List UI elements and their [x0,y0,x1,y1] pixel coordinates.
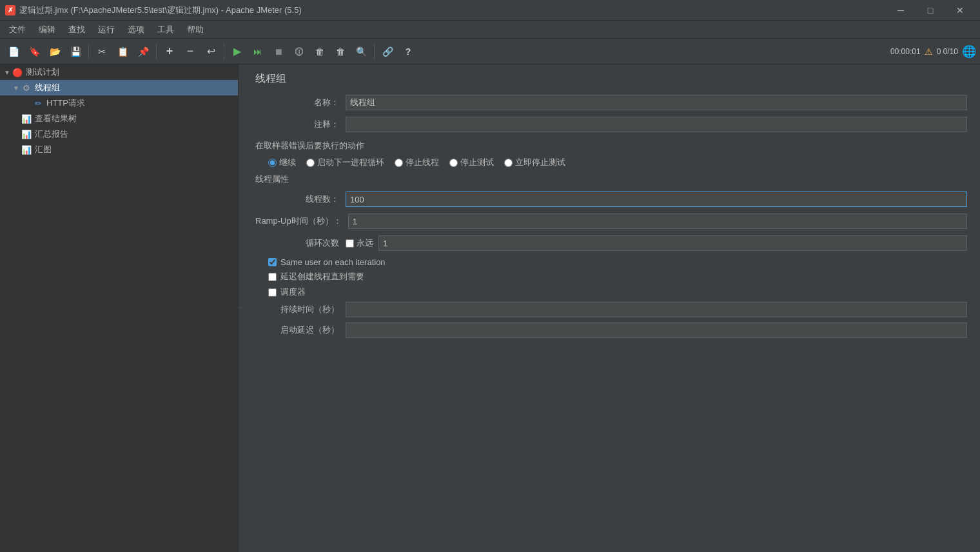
stop-button[interactable]: ⏹ [269,42,288,61]
save-button[interactable]: 💾 [66,42,85,61]
tree-label-thread-group: 线程组 [35,82,60,94]
toolbar: 📄 🔖 📂 💾 ✂ 📋 📌 + − ↩ ▶ ⏭ ⏹ ⏼ 🗑 🗑 🔍 🔗 ? 00… [0,39,980,64]
clear-all-button[interactable]: 🗑 [331,42,350,61]
tree-item-http-request[interactable]: ✏ HTTP请求 [0,95,238,111]
menu-run[interactable]: 运行 [92,21,121,39]
forever-label: 永远 [357,237,373,249]
menu-search[interactable]: 查找 [62,21,92,39]
cut-button[interactable]: ✂ [92,42,112,61]
error-action-radio-group: 继续 启动下一进程循环 停止线程 停止测试 立即停止测试 [268,157,967,168]
add-button[interactable]: + [160,42,179,61]
thread-props-section-label: 线程属性 [255,173,967,185]
toolbar-separator-4 [374,44,375,59]
titlebar: ✗ 逻辑过期.jmx (F:\ApacheJMeter5.5\test\逻辑过期… [0,0,980,21]
delay-thread-checkbox-label[interactable]: 延迟创建线程直到需要 [268,271,364,282]
minimize-button[interactable]: ─ [886,0,916,21]
close-button[interactable]: ✕ [945,0,975,21]
menu-options[interactable]: 选项 [121,21,151,39]
templates-button[interactable]: 🔖 [24,42,44,61]
start-no-pause-button[interactable]: ⏭ [248,42,268,61]
radio-nextloop-input[interactable] [306,159,315,167]
same-user-checkbox-label[interactable]: Same user on each iteration [268,257,386,267]
scheduler-label: 调度器 [280,286,306,298]
radio-continue[interactable]: 继续 [268,157,296,168]
toolbar-separator-2 [156,44,157,59]
name-input[interactable] [346,95,967,110]
radio-stoptestnow-label: 立即停止测试 [515,157,565,168]
thread-count-row: 线程数： [255,192,967,207]
start-button[interactable]: ▶ [228,42,247,61]
maximize-button[interactable]: □ [916,0,945,21]
panel-title: 线程组 [255,72,967,86]
undo-button[interactable]: ↩ [201,42,220,61]
tree-item-test-plan[interactable]: ▼ 🔴 测试计划 [0,64,238,80]
open-button[interactable]: 📂 [45,42,64,61]
same-user-checkbox[interactable] [268,258,277,266]
paste-button[interactable]: 📌 [133,42,153,61]
radio-stoptestnow[interactable]: 立即停止测试 [504,157,565,168]
ramp-up-row: Ramp-Up时间（秒）： [255,213,967,229]
startup-delay-input[interactable] [346,322,967,338]
clear-button[interactable]: 🗑 [310,42,329,61]
tree-label-view-results: 查看结果树 [35,113,77,124]
tree-label-aggregate-report: 汇总报告 [35,128,68,140]
radio-stoptestnow-input[interactable] [504,159,513,167]
comment-input[interactable] [346,117,967,132]
delay-thread-label: 延迟创建线程直到需要 [280,271,364,282]
menu-help[interactable]: 帮助 [181,21,210,39]
window-controls: ─ □ ✕ [886,0,975,21]
scheduler-row: 调度器 [268,286,967,298]
tree-item-view-results[interactable]: 📊 查看结果树 [0,111,238,126]
window-title: 逻辑过期.jmx (F:\ApacheJMeter5.5\test\逻辑过期.j… [19,5,886,16]
help-button[interactable]: ? [398,42,418,61]
name-row: 名称： [255,95,967,110]
thread-count-label: 线程数： [255,193,339,205]
remote-start-button[interactable]: 🔗 [378,42,397,61]
thread-count-input[interactable] [346,192,967,207]
counter-display: 0 0/10 [937,47,958,56]
scheduler-checkbox[interactable] [268,288,277,297]
duration-row: 持续时间（秒） [255,302,967,317]
error-action-label: 在取样器错误后要执行的动作 [255,140,967,152]
loop-count-input[interactable] [378,235,967,251]
tree-item-aggregate-graph[interactable]: 📊 汇图 [0,142,238,157]
startup-delay-label: 启动延迟（秒） [255,324,339,336]
test-plan-icon: 🔴 [12,66,23,78]
radio-stopthread-input[interactable] [395,159,403,167]
forever-checkbox-input[interactable] [346,239,354,248]
duration-label: 持续时间（秒） [255,304,339,315]
find-button[interactable]: 🔍 [351,42,371,61]
menubar: 文件 编辑 查找 运行 选项 工具 帮助 [0,21,980,39]
menu-edit[interactable]: 编辑 [32,21,62,39]
new-button[interactable]: 📄 [4,42,23,61]
duration-input[interactable] [346,302,967,317]
remove-button[interactable]: − [181,42,200,61]
scheduler-checkbox-label[interactable]: 调度器 [268,286,306,298]
main-layout: ▼ 🔴 测试计划 ▼ ⚙ 线程组 ✏ HTTP请求 📊 查看结果树 📊 汇总报告 [0,64,980,552]
radio-nextloop[interactable]: 启动下一进程循环 [306,157,384,168]
radio-stoptest-input[interactable] [449,159,458,167]
ramp-up-input[interactable] [348,213,967,229]
thread-group-icon: ⚙ [21,82,32,94]
tree-label-aggregate-graph: 汇图 [35,144,52,155]
same-user-row: Same user on each iteration [268,257,967,267]
aggregate-graph-icon: 📊 [21,144,32,155]
radio-continue-input[interactable] [268,159,277,167]
toolbar-right-info: 00:00:01 ⚠ 0 0/10 🌐 [890,44,976,59]
comment-label: 注释： [255,119,339,130]
tree-item-aggregate-report[interactable]: 📊 汇总报告 [0,126,238,142]
radio-stoptest[interactable]: 停止测试 [449,157,494,168]
radio-continue-label: 继续 [279,157,296,168]
app-icon: ✗ [5,5,15,15]
delay-thread-checkbox[interactable] [268,273,277,281]
tree-label-test-plan: 测试计划 [26,66,59,78]
radio-stopthread[interactable]: 停止线程 [395,157,439,168]
menu-tools[interactable]: 工具 [151,21,181,39]
tree-item-thread-group[interactable]: ▼ ⚙ 线程组 [0,80,238,95]
tree-label-http-request: HTTP请求 [46,97,85,109]
forever-checkbox-label[interactable]: 永远 [346,237,373,249]
shutdown-button[interactable]: ⏼ [289,42,309,61]
http-request-icon: ✏ [32,97,44,109]
copy-button[interactable]: 📋 [113,42,132,61]
menu-file[interactable]: 文件 [3,21,32,39]
